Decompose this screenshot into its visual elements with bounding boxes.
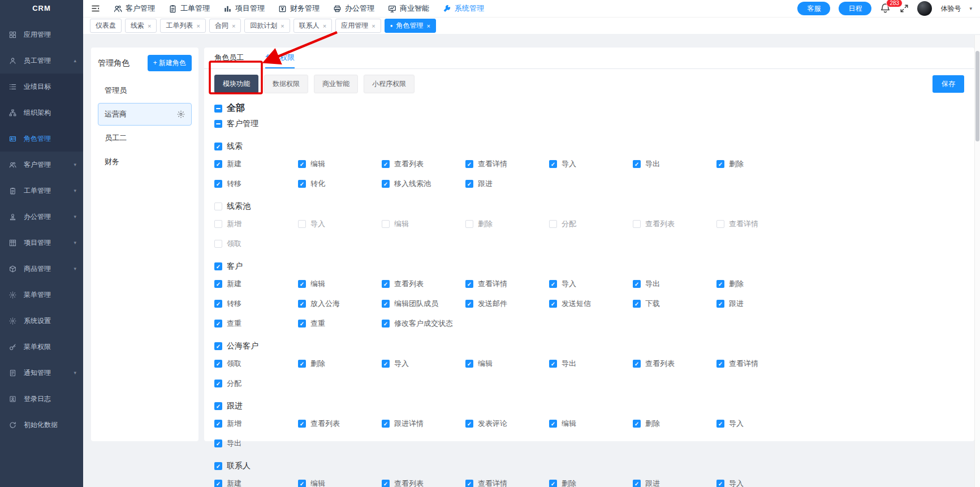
topnav-item[interactable]: 系统管理: [443, 3, 484, 14]
perm-item[interactable]: ✓新建: [214, 479, 298, 487]
perm-item[interactable]: ✓领取: [214, 359, 298, 369]
section-label[interactable]: 线索: [227, 141, 243, 152]
perm-item[interactable]: 查看列表: [633, 219, 716, 229]
perm-item[interactable]: ✓转移: [214, 179, 298, 189]
checkbox-checked[interactable]: ✓: [382, 420, 390, 428]
checkbox-checked[interactable]: ✓: [382, 300, 390, 308]
perm-item[interactable]: ✓发表评论: [465, 419, 549, 429]
perm-item[interactable]: ✓编辑: [465, 359, 549, 369]
checkbox-checked[interactable]: ✓: [633, 280, 641, 288]
checkbox-checked[interactable]: ✓: [298, 320, 306, 327]
page-tab[interactable]: ●角色管理×: [385, 19, 436, 33]
checkbox-checked[interactable]: ✓: [214, 160, 222, 168]
tab-close-icon[interactable]: ×: [232, 23, 235, 29]
section-label[interactable]: 线索池: [227, 201, 251, 212]
checkbox-checked[interactable]: ✓: [382, 180, 390, 188]
section-label[interactable]: 客户: [227, 261, 243, 271]
page-tab[interactable]: 合同×: [209, 19, 241, 33]
perm-item[interactable]: 新增: [214, 219, 298, 229]
perm-item[interactable]: ✓查看详情: [465, 279, 549, 289]
checkbox-checked[interactable]: ✓: [633, 420, 641, 428]
page-tab[interactable]: 仪表盘: [90, 19, 122, 33]
perm-item[interactable]: 分配: [549, 219, 633, 229]
perm-item[interactable]: ✓修改客户成交状态: [382, 318, 465, 329]
perm-item[interactable]: ✓导出: [633, 279, 716, 289]
perm-item[interactable]: ✓导出: [214, 438, 298, 449]
checkbox-checked[interactable]: ✓: [214, 420, 222, 428]
subtab-商业智能[interactable]: 商业智能: [314, 75, 358, 93]
checkbox-checked[interactable]: ✓: [214, 262, 222, 270]
menu-fold-icon[interactable]: [91, 4, 100, 13]
sidebar-item-商品管理[interactable]: 商品管理▾: [0, 256, 83, 282]
topnav-item[interactable]: 办公管理: [333, 3, 374, 14]
checkbox-unchecked[interactable]: [298, 220, 306, 228]
perm-item[interactable]: ✓下载: [633, 299, 716, 309]
new-role-button[interactable]: + 新建角色: [148, 55, 192, 71]
perm-item[interactable]: ✓删除: [633, 419, 716, 429]
perm-item[interactable]: ✓导入: [549, 279, 633, 289]
checkbox-checked[interactable]: ✓: [465, 280, 473, 288]
perm-item[interactable]: ✓跟进: [633, 479, 716, 487]
checkbox-unchecked[interactable]: [549, 220, 557, 228]
checkbox-checked[interactable]: ✓: [214, 342, 222, 350]
perm-item[interactable]: ✓跟进: [716, 299, 800, 309]
perm-item[interactable]: ✓放入公海: [298, 299, 382, 309]
perm-item[interactable]: ✓跟进: [465, 179, 549, 189]
perm-item[interactable]: ✓查看列表: [298, 419, 382, 429]
perm-item[interactable]: ✓删除: [716, 159, 800, 169]
sidebar-item-办公管理[interactable]: 办公管理▾: [0, 204, 83, 230]
tree-group-label[interactable]: 客户管理: [227, 119, 258, 129]
perm-item[interactable]: 查看详情: [716, 219, 800, 229]
scrollbar-thumb[interactable]: [975, 51, 979, 141]
sidebar-item-菜单管理[interactable]: 菜单管理: [0, 282, 83, 308]
perm-item[interactable]: ✓分配: [214, 378, 298, 389]
perm-item[interactable]: ✓删除: [716, 279, 800, 289]
perm-item[interactable]: ✓查重: [214, 318, 298, 329]
schedule-button[interactable]: 日程: [839, 2, 871, 15]
perm-item[interactable]: 导入: [298, 219, 382, 229]
page-tab[interactable]: 线索×: [125, 19, 157, 33]
checkbox-checked[interactable]: ✓: [716, 280, 724, 288]
topnav-item[interactable]: 项目管理: [223, 3, 265, 14]
checkbox-checked[interactable]: ✓: [382, 160, 390, 168]
perm-item[interactable]: ✓查看列表: [382, 279, 465, 289]
checkbox-checked[interactable]: ✓: [298, 300, 306, 308]
perm-item[interactable]: ✓查看列表: [633, 359, 716, 369]
checkbox-checked[interactable]: ✓: [549, 160, 557, 168]
tree-root-label[interactable]: 全部: [227, 102, 245, 114]
checkbox-checked[interactable]: ✓: [214, 300, 222, 308]
topnav-item[interactable]: 财务管理: [278, 3, 320, 14]
perm-item[interactable]: ✓导入: [716, 419, 800, 429]
checkbox-unchecked[interactable]: [382, 220, 390, 228]
page-tab[interactable]: 工单列表×: [160, 19, 205, 33]
section-label[interactable]: 公海客户: [227, 341, 258, 351]
sidebar-item-菜单权限[interactable]: 菜单权限: [0, 334, 83, 360]
notification-bell[interactable]: 283: [880, 3, 891, 14]
checkbox-checked[interactable]: ✓: [214, 360, 222, 368]
checkbox-checked[interactable]: ✓: [716, 360, 724, 368]
checkbox-checked[interactable]: ✓: [214, 380, 222, 387]
perm-item[interactable]: ✓发送短信: [549, 299, 633, 309]
perm-item[interactable]: ✓查看详情: [465, 159, 549, 169]
perm-item[interactable]: 删除: [465, 219, 549, 229]
perm-item[interactable]: ✓查看列表: [382, 479, 465, 487]
perm-item[interactable]: ✓跟进详情: [382, 419, 465, 429]
checkbox-checked[interactable]: ✓: [298, 160, 306, 168]
tab-close-icon[interactable]: ×: [426, 23, 430, 29]
checkbox-indeterminate[interactable]: [214, 105, 222, 113]
checkbox-checked[interactable]: ✓: [298, 420, 306, 428]
subtab-小程序权限[interactable]: 小程序权限: [364, 75, 415, 93]
checkbox-checked[interactable]: ✓: [214, 280, 222, 288]
tab-close-icon[interactable]: ×: [148, 23, 151, 29]
checkbox-checked[interactable]: ✓: [298, 480, 306, 487]
checkbox-unchecked[interactable]: [214, 202, 222, 210]
checkbox-unchecked[interactable]: [214, 240, 222, 248]
checkbox-unchecked[interactable]: [716, 220, 724, 228]
checkbox-checked[interactable]: ✓: [465, 160, 473, 168]
checkbox-checked[interactable]: ✓: [716, 160, 724, 168]
perm-item[interactable]: ✓编辑: [298, 279, 382, 289]
checkbox-unchecked[interactable]: [214, 220, 222, 228]
checkbox-checked[interactable]: ✓: [633, 160, 641, 168]
checkbox-checked[interactable]: ✓: [716, 480, 724, 487]
section-label[interactable]: 联系人: [227, 461, 251, 471]
